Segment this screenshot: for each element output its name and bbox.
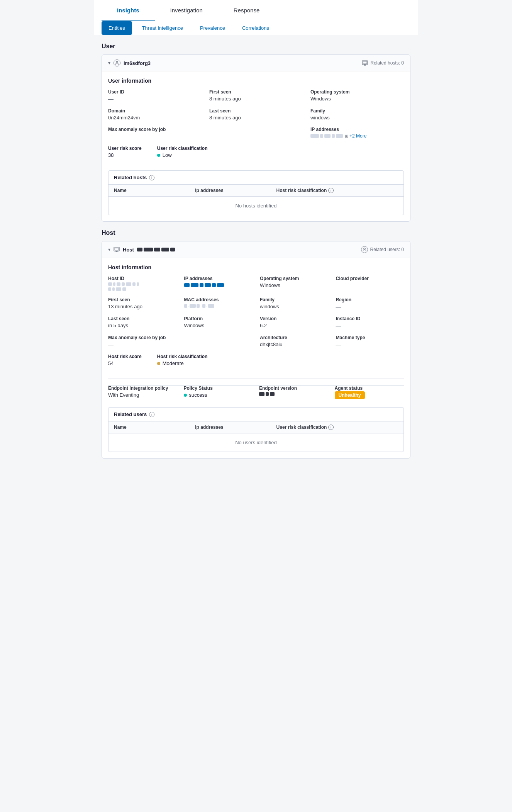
user-domain-value: 0n24mm24vm — [108, 115, 202, 121]
endpoint-policy-item: Endpoint integration policy With Eventin… — [108, 386, 178, 398]
user-ip-placeholder: ⊞ +2 More — [310, 133, 366, 139]
host-card: ▾ Host Related users: 0 — [102, 241, 410, 459]
user-risk-score-value: 38 — [108, 152, 142, 158]
sub-nav-tabs: Entities Threat intelligence Prevalence … — [94, 21, 418, 35]
host-related-users-header: Related users i — [109, 408, 403, 421]
tab-response[interactable]: Response — [218, 0, 275, 21]
host-anomaly-label: Max anomaly score by job — [108, 335, 176, 340]
mac-b3 — [197, 304, 200, 308]
user-card-header-left: ▾ im6sdforg3 — [108, 59, 151, 66]
user-info-title: User information — [108, 78, 404, 84]
host-section-title: Host — [102, 229, 410, 236]
user-family-value: windows — [310, 115, 404, 121]
host-cloud-item: Cloud provider — — [336, 276, 404, 291]
host-related-users-title: Related users — [114, 411, 147, 417]
tab-investigation[interactable]: Investigation — [155, 0, 218, 21]
mac-dot-2: . — [200, 304, 202, 308]
ev-b2 — [266, 392, 269, 396]
subtab-entities[interactable]: Entities — [102, 21, 132, 35]
user-anomaly-label: Max anomaly score by job — [108, 127, 202, 132]
main-content: User ▾ im6sdforg3 Related hosts: 0 User … — [94, 35, 418, 474]
related-hosts-info-icon[interactable]: i — [149, 175, 154, 180]
host-instance-item: Instance ID — — [336, 316, 404, 329]
mac-dot-3: . — [206, 304, 207, 308]
host-ip-label: IP addresses — [184, 276, 253, 281]
tab-insights[interactable]: Insights — [102, 0, 155, 21]
host-name-block-5 — [170, 248, 175, 251]
unhealthy-badge: Unhealthy — [335, 391, 365, 399]
subtab-prevalence[interactable]: Prevalence — [193, 21, 232, 35]
user-risk-class-value: Low — [157, 152, 208, 158]
user-hosts-table-header: Name Ip addresses Host risk classificati… — [109, 185, 403, 197]
host-risk-class-label: Host risk classification — [157, 354, 208, 359]
host-entity-name: Host — [123, 247, 134, 253]
user-ip-item: IP addresses ⊞ +2 More — [310, 127, 404, 139]
user-section-title: User — [102, 43, 410, 50]
user-anomaly-item: Max anomaly score by job — — [108, 127, 202, 139]
top-nav-tabs: Insights Investigation Response — [94, 0, 418, 21]
user-first-seen-item: First seen 8 minutes ago — [209, 89, 303, 102]
endpoint-policy-value: With Eventing — [108, 392, 178, 398]
host-risk-score-item: Host risk score 54 — [108, 354, 142, 366]
host-name-block-3 — [154, 248, 160, 251]
host-version-value: 6.2 — [260, 323, 328, 328]
endpoint-policy-label: Endpoint integration policy — [108, 386, 178, 391]
mac-b2 — [190, 304, 196, 308]
host-region-label: Region — [336, 297, 404, 302]
ip-more-link[interactable]: +2 More — [349, 133, 366, 139]
user-related-hosts-title: Related hosts — [114, 175, 147, 180]
host-related-users: Related users: 0 — [361, 246, 404, 253]
chevron-down-icon[interactable]: ▾ — [108, 60, 110, 66]
host-machine-type-value: — — [336, 341, 404, 348]
ip-block-1 — [310, 134, 319, 138]
id-b11 — [122, 287, 126, 291]
policy-status-value: success — [184, 392, 253, 398]
policy-status-text: success — [189, 392, 207, 398]
ip-more-icon: ⊞ — [345, 134, 348, 139]
host-anomaly-value: — — [108, 341, 176, 348]
host-cloud-value: — — [336, 282, 404, 289]
endpoint-divider — [108, 379, 404, 379]
mac-b5 — [208, 304, 214, 308]
user-related-hosts-section: Related hosts i Name Ip addresses Host r… — [108, 170, 404, 215]
host-ip-b3 — [200, 283, 203, 287]
host-info-grid: Host ID — [108, 276, 404, 348]
host-icon — [362, 60, 368, 66]
subtab-correlations[interactable]: Correlations — [235, 21, 276, 35]
mac-b1 — [184, 304, 187, 308]
host-ip-item: IP addresses — [184, 276, 253, 291]
host-card-header: ▾ Host Related users: 0 — [102, 241, 410, 258]
host-mac-blocks: . . . — [184, 304, 253, 308]
user-family-label: Family — [310, 108, 404, 114]
host-name-block-1 — [137, 248, 142, 251]
subtab-threat-intelligence[interactable]: Threat intelligence — [135, 21, 190, 35]
endpoint-version-label: Endpoint version — [259, 386, 329, 391]
user-related-hosts: Related hosts: 0 — [362, 60, 404, 66]
host-cloud-label: Cloud provider — [336, 276, 404, 281]
host-chevron-icon[interactable]: ▾ — [108, 247, 110, 252]
ev-b3 — [270, 392, 275, 396]
user-risk-info-icon[interactable]: i — [328, 425, 334, 430]
host-mac-value: . . . — [184, 304, 253, 308]
related-users-info-icon[interactable]: i — [149, 412, 154, 417]
mac-dot-1: . — [188, 304, 189, 308]
host-first-seen-item: First seen 13 minutes ago — [108, 297, 176, 310]
id-b7 — [137, 282, 139, 286]
user-domain-label: Domain — [108, 108, 202, 114]
host-name-block-4 — [161, 248, 169, 251]
user-no-hosts: No hosts identified — [109, 197, 403, 215]
host-card-header-left: ▾ Host — [108, 247, 175, 253]
user-last-seen-value: 8 minutes ago — [209, 115, 303, 121]
host-risk-info-icon[interactable]: i — [328, 188, 334, 193]
user-risk-class-text: Low — [163, 152, 172, 158]
host-platform-value: Windows — [184, 323, 253, 328]
host-arch-item: Architecture dhxjtc8aiu — [260, 335, 328, 348]
host-users-col-ip: Ip addresses — [195, 425, 276, 430]
host-platform-item: Platform Windows — [184, 316, 253, 329]
id-b2 — [113, 282, 115, 286]
user-hosts-col-risk: Host risk classification i — [276, 188, 398, 193]
user-first-seen-value: 8 minutes ago — [209, 96, 303, 102]
user-domain-item: Domain 0n24mm24vm — [108, 108, 202, 121]
host-ip-placeholder — [184, 283, 224, 287]
endpoint-version-item: Endpoint version — [259, 386, 329, 398]
